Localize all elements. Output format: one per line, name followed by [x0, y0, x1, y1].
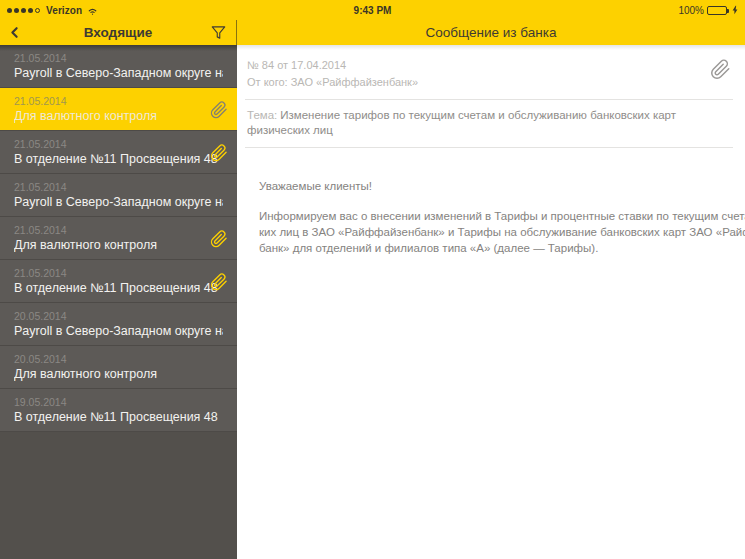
- carrier-label: Verizon: [46, 5, 82, 16]
- message-subject-row: Тема:Изменение тарифов по текущим счетам…: [237, 100, 745, 138]
- list-item[interactable]: 19.05.2014 В отделение №11 Просвещения 4…: [0, 389, 237, 432]
- attachment-paperclip-icon: [210, 230, 228, 248]
- content: 21.05.2014 Payroll в Северо-Западном окр…: [0, 45, 745, 559]
- app-screen: Verizon 9:43 PM 100% Входящие Сообщение …: [0, 0, 745, 559]
- item-date: 21.05.2014: [14, 266, 223, 280]
- message-body: Уважаемые клиенты! Информируем вас о вне…: [237, 148, 745, 256]
- wifi-icon: [86, 5, 99, 16]
- attachment-paperclip-icon: [210, 144, 228, 162]
- message-paragraph: Информируем вас о внесении изменений в Т…: [259, 208, 715, 256]
- battery-percent-label: 100%: [678, 5, 704, 16]
- message-number: № 84 от 17.04.2014: [247, 58, 699, 73]
- body-line: банк» для отделений и филиалов типа «А» …: [259, 240, 715, 256]
- message-attachment-paperclip-icon[interactable]: [710, 59, 731, 80]
- list-item[interactable]: 21.05.2014 Для валютного контроля: [0, 217, 237, 260]
- status-left: Verizon: [7, 4, 99, 16]
- item-date: 21.05.2014: [14, 180, 223, 194]
- body-line: ких лиц в ЗАО «Райффайзенбанк» и Тарифы …: [259, 224, 715, 240]
- item-date: 20.05.2014: [14, 309, 223, 323]
- subject-text: Изменение тарифов по текущим счетам и об…: [247, 109, 676, 136]
- list-item[interactable]: 21.05.2014 В отделение №11 Просвещения 4…: [0, 260, 237, 303]
- list-item-selected[interactable]: 21.05.2014 Для валютного контроля: [0, 88, 237, 131]
- item-title: В отделение №11 Просвещения 48: [14, 151, 223, 168]
- message-meta: № 84 от 17.04.2014 От кого: ЗАО «Райффай…: [237, 45, 745, 90]
- filter-button[interactable]: [211, 20, 226, 45]
- list-item[interactable]: 21.05.2014 В отделение №11 Просвещения 4…: [0, 131, 237, 174]
- item-title: Payroll в Северо-Западном округе набир..…: [14, 323, 223, 340]
- list-item[interactable]: 20.05.2014 Для валютного контроля: [0, 346, 237, 389]
- attachment-paperclip-icon: [210, 273, 228, 291]
- message-greeting: Уважаемые клиенты!: [259, 178, 715, 194]
- inbox-title: Входящие: [84, 25, 152, 40]
- filter-funnel-icon: [211, 25, 226, 40]
- item-date: 19.05.2014: [14, 395, 223, 409]
- message-screen-title: Сообщение из банка: [426, 25, 557, 40]
- item-date: 21.05.2014: [14, 94, 223, 108]
- cell-signal-icon: [7, 8, 40, 13]
- item-title: Для валютного контроля: [14, 237, 223, 254]
- list-item[interactable]: 21.05.2014 Payroll в Северо-Западном окр…: [0, 45, 237, 88]
- message-from: От кого: ЗАО «Райффайзенбанк»: [247, 75, 699, 90]
- message-detail: № 84 от 17.04.2014 От кого: ЗАО «Райффай…: [237, 45, 745, 559]
- item-title: Для валютного контроля: [14, 108, 223, 125]
- navigation-bar: Входящие Сообщение из банка: [0, 20, 745, 45]
- message-nav: Сообщение из банка: [237, 20, 745, 45]
- item-title: В отделение №11 Просвещения 48: [14, 280, 223, 297]
- clock-label: 9:43 PM: [0, 5, 745, 16]
- item-date: 21.05.2014: [14, 223, 223, 237]
- item-title: Payroll в Северо-Западном округе набир..…: [14, 194, 223, 211]
- subject-label: Тема:: [247, 109, 277, 121]
- charging-bolt-icon: [732, 5, 738, 15]
- battery-icon: [707, 6, 727, 15]
- back-button[interactable]: [6, 20, 23, 45]
- list-item[interactable]: 20.05.2014 Payroll в Северо-Западном окр…: [0, 303, 237, 346]
- attachment-paperclip-icon: [210, 101, 228, 119]
- status-bar: Verizon 9:43 PM 100%: [0, 0, 745, 20]
- item-date: 21.05.2014: [14, 51, 223, 65]
- chevron-left-icon: [6, 24, 23, 41]
- list-item[interactable]: 21.05.2014 Payroll в Северо-Западном окр…: [0, 174, 237, 217]
- item-title: Для валютного контроля: [14, 366, 223, 383]
- inbox-nav: Входящие: [0, 20, 237, 45]
- status-right: 100%: [678, 5, 738, 16]
- body-line: Информируем вас о внесении изменений в Т…: [259, 208, 715, 224]
- item-title: Payroll в Северо-Западном округе набир..…: [14, 65, 223, 82]
- item-date: 21.05.2014: [14, 137, 223, 151]
- item-title: В отделение №11 Просвещения 48: [14, 409, 223, 426]
- item-date: 20.05.2014: [14, 352, 223, 366]
- inbox-list: 21.05.2014 Payroll в Северо-Западном окр…: [0, 45, 237, 559]
